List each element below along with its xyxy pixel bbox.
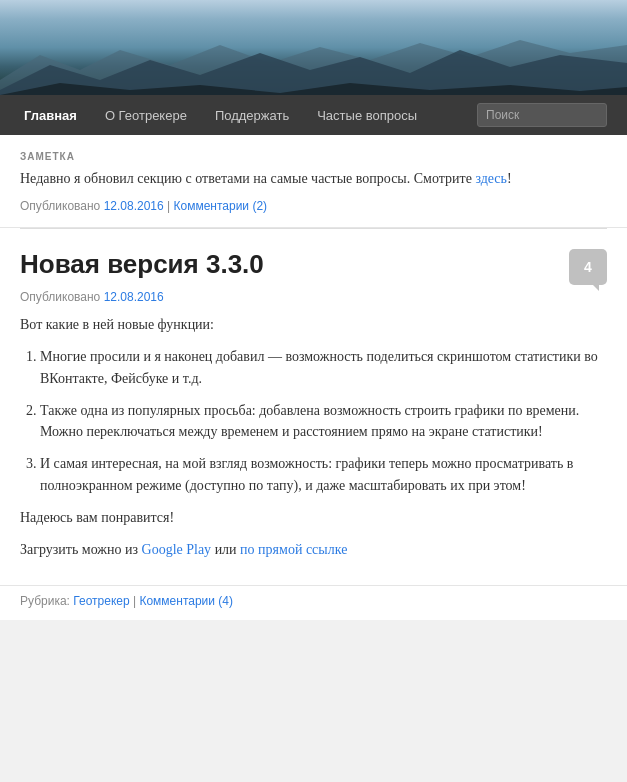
nav-item-home[interactable]: Главная — [10, 98, 91, 133]
post-date[interactable]: 12.08.2016 — [104, 290, 164, 304]
note-label: ЗАМЕТКА — [20, 151, 607, 162]
note-post: ЗАМЕТКА Недавно я обновил секцию с ответ… — [0, 135, 627, 228]
post-outro: Надеюсь вам понравится! — [20, 507, 607, 529]
post-footer: Рубрика: Геотрекер | Комментарии (4) — [0, 586, 627, 620]
list-item: Также одна из популярных просьба: добавл… — [40, 400, 607, 443]
post-content: Вот какие в ней новые функции: Многие пр… — [20, 314, 607, 561]
post-published-label: Опубликовано — [20, 290, 100, 304]
nav-item-support[interactable]: Поддержать — [201, 98, 303, 133]
note-text-after: ! — [507, 171, 512, 186]
main-post: 4 Новая версия 3.3.0 Опубликовано 12.08.… — [0, 229, 627, 586]
list-item: Многие просили и я наконец добавил — воз… — [40, 346, 607, 389]
note-meta: Опубликовано 12.08.2016 | Комментарии (2… — [20, 199, 607, 213]
comment-bubble: 4 — [569, 249, 607, 285]
rubric-label: Рубрика: — [20, 594, 70, 608]
note-link[interactable]: здесь — [475, 171, 507, 186]
note-comments-link[interactable]: Комментарии (2) — [173, 199, 267, 213]
note-text-before: Недавно я обновил секцию с ответами на с… — [20, 171, 475, 186]
note-text: Недавно я обновил секцию с ответами на с… — [20, 168, 607, 189]
post-intro: Вот какие в ней новые функции: — [20, 314, 607, 336]
download-middle: или — [211, 542, 240, 557]
main-content: ЗАМЕТКА Недавно я обновил секцию с ответ… — [0, 135, 627, 620]
post-title: Новая версия 3.3.0 — [20, 249, 607, 280]
download-prefix: Загрузить можно из — [20, 542, 142, 557]
post-list: Многие просили и я наконец добавил — воз… — [40, 346, 607, 496]
google-play-link[interactable]: Google Play — [142, 542, 212, 557]
direct-link[interactable]: по прямой ссылке — [240, 542, 347, 557]
category-link[interactable]: Геотрекер — [73, 594, 129, 608]
navbar: Главная О Геотрекере Поддержать Частые в… — [0, 95, 627, 135]
note-date[interactable]: 12.08.2016 — [104, 199, 164, 213]
post-comments-link[interactable]: Комментарии (4) — [139, 594, 233, 608]
note-published-label: Опубликовано — [20, 199, 100, 213]
search-input[interactable] — [477, 103, 607, 127]
site-header — [0, 0, 627, 95]
nav-item-faq[interactable]: Частые вопросы — [303, 98, 431, 133]
nav-item-about[interactable]: О Геотрекере — [91, 98, 201, 133]
list-item: И самая интересная, на мой взгляд возмож… — [40, 453, 607, 496]
post-download: Загрузить можно из Google Play или по пр… — [20, 539, 607, 561]
search-container — [467, 95, 617, 135]
post-meta: Опубликовано 12.08.2016 — [20, 290, 607, 304]
